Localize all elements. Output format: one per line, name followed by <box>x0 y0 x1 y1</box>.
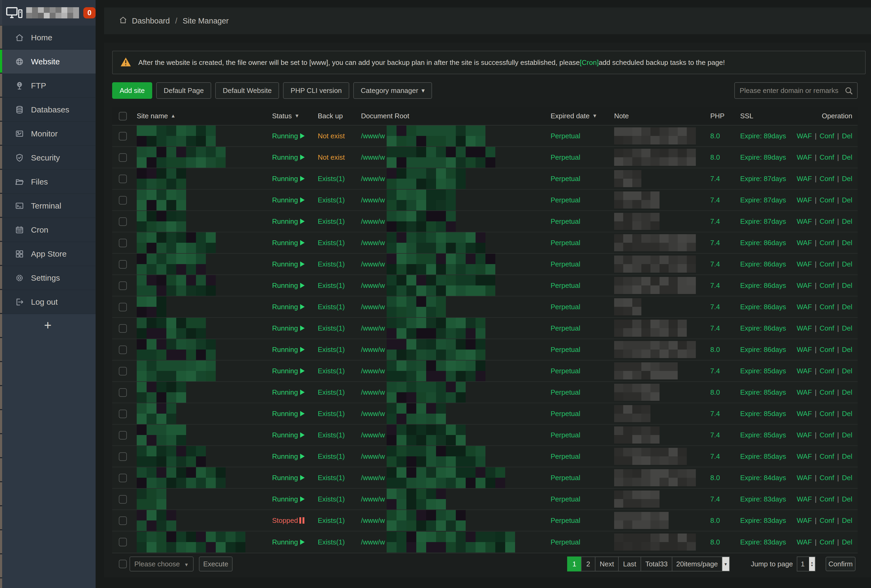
cell-ssl[interactable]: Expire: 87days <box>740 211 786 232</box>
row-checkbox[interactable] <box>119 474 127 482</box>
cell-ssl[interactable]: Expire: 85days <box>740 361 786 381</box>
row-checkbox[interactable] <box>119 538 127 546</box>
cell-ssl[interactable]: Expire: 89days <box>740 147 786 168</box>
confirm-button[interactable]: Confirm <box>826 557 856 571</box>
sidebar-item-home[interactable]: Home <box>0 25 96 50</box>
search-input[interactable] <box>735 83 857 98</box>
conf-link[interactable]: Conf <box>819 431 834 439</box>
cell-status[interactable]: Running <box>272 254 305 274</box>
del-link[interactable]: Del <box>842 495 852 503</box>
del-link[interactable]: Del <box>842 175 852 183</box>
cell-expired-date[interactable]: Perpetual <box>551 275 580 296</box>
cell-ssl[interactable]: Expire: 86days <box>740 296 786 317</box>
cell-ssl[interactable]: Expire: 86days <box>740 339 786 360</box>
cell-status[interactable]: Stopped <box>272 510 304 531</box>
cell-note[interactable] <box>614 489 660 510</box>
default-page-button[interactable]: Default Page <box>156 82 211 99</box>
cell-note[interactable] <box>614 296 646 317</box>
sidebar-item-log-out[interactable]: Log out <box>0 290 96 314</box>
sidebar-item-cron[interactable]: Cron <box>0 218 96 242</box>
cell-note[interactable] <box>614 510 673 531</box>
cell-expired-date[interactable]: Perpetual <box>551 361 580 381</box>
cell-expired-date[interactable]: Perpetual <box>551 211 580 232</box>
del-link[interactable]: Del <box>842 474 852 482</box>
conf-link[interactable]: Conf <box>819 452 834 461</box>
cell-ssl[interactable]: Expire: 87days <box>740 168 786 189</box>
cell-ssl[interactable]: Expire: 86days <box>740 318 786 338</box>
breadcrumb-dashboard[interactable]: Dashboard <box>132 16 170 25</box>
cell-note[interactable] <box>614 531 696 553</box>
page-1-button[interactable]: 1 <box>567 557 582 572</box>
del-link[interactable]: Del <box>842 281 852 290</box>
cell-expired-date[interactable]: Perpetual <box>551 339 580 360</box>
cell-note[interactable] <box>614 318 693 338</box>
cell-expired-date[interactable]: Perpetual <box>551 403 580 424</box>
cell-note[interactable] <box>614 425 663 446</box>
del-link[interactable]: Del <box>842 388 852 396</box>
items-per-page-select[interactable]: 20items/page <box>672 557 729 572</box>
cell-note[interactable] <box>614 168 648 189</box>
sidebar-item-files[interactable]: Files <box>0 170 96 194</box>
cell-ssl[interactable]: Expire: 86days <box>740 232 786 253</box>
cell-status[interactable]: Running <box>272 403 305 424</box>
sidebar-item-ftp[interactable]: FTP <box>0 74 96 98</box>
execute-button[interactable]: Execute <box>199 557 233 572</box>
cell-expired-date[interactable]: Perpetual <box>551 531 580 553</box>
cell-expired-date[interactable]: Perpetual <box>551 382 580 403</box>
del-link[interactable]: Del <box>842 217 852 226</box>
waf-link[interactable]: WAF <box>797 367 812 375</box>
waf-link[interactable]: WAF <box>797 324 812 332</box>
cell-ssl[interactable]: Expire: 87days <box>740 190 786 210</box>
waf-link[interactable]: WAF <box>797 132 812 140</box>
conf-link[interactable]: Conf <box>819 346 834 354</box>
del-link[interactable]: Del <box>842 260 852 268</box>
row-checkbox[interactable] <box>119 452 127 461</box>
waf-link[interactable]: WAF <box>797 153 812 162</box>
sidebar-item-terminal[interactable]: Terminal <box>0 194 96 218</box>
conf-link[interactable]: Conf <box>819 196 834 204</box>
cell-ssl[interactable]: Expire: 85days <box>740 446 786 467</box>
cell-status[interactable]: Running <box>272 339 305 360</box>
cell-expired-date[interactable]: Perpetual <box>551 318 580 338</box>
cell-ssl[interactable]: Expire: 83days <box>740 531 786 553</box>
row-checkbox[interactable] <box>119 495 127 504</box>
del-link[interactable]: Del <box>842 431 852 439</box>
del-link[interactable]: Del <box>842 452 852 461</box>
notification-badge[interactable]: 0 <box>83 7 96 18</box>
conf-link[interactable]: Conf <box>819 410 834 418</box>
row-checkbox[interactable] <box>119 324 127 333</box>
row-checkbox[interactable] <box>119 431 127 440</box>
conf-link[interactable]: Conf <box>819 474 834 482</box>
cell-status[interactable]: Running <box>272 211 305 232</box>
del-link[interactable]: Del <box>842 132 852 140</box>
default-website-button[interactable]: Default Website <box>215 82 279 99</box>
conf-link[interactable]: Conf <box>819 260 834 268</box>
row-checkbox[interactable] <box>119 516 127 525</box>
row-checkbox[interactable] <box>119 153 127 162</box>
cell-status[interactable]: Running <box>272 467 305 488</box>
cell-expired-date[interactable]: Perpetual <box>551 190 580 210</box>
cell-status[interactable]: Running <box>272 190 305 210</box>
del-link[interactable]: Del <box>842 410 852 418</box>
conf-link[interactable]: Conf <box>819 217 834 226</box>
cell-note[interactable] <box>614 446 693 467</box>
jump-page-input[interactable]: 1 <box>797 557 816 572</box>
cell-note[interactable] <box>614 126 696 146</box>
waf-link[interactable]: WAF <box>797 431 812 439</box>
cell-expired-date[interactable]: Perpetual <box>551 510 580 531</box>
row-checkbox[interactable] <box>119 196 127 205</box>
conf-link[interactable]: Conf <box>819 281 834 290</box>
cell-status[interactable]: Running <box>272 296 305 317</box>
waf-link[interactable]: WAF <box>797 538 812 546</box>
cell-note[interactable] <box>614 232 696 253</box>
waf-link[interactable]: WAF <box>797 346 812 354</box>
sidebar-item-app-store[interactable]: App Store <box>0 242 96 266</box>
waf-link[interactable]: WAF <box>797 452 812 461</box>
cell-ssl[interactable]: Expire: 83days <box>740 510 786 531</box>
waf-link[interactable]: WAF <box>797 175 812 183</box>
cell-status[interactable]: Running <box>272 489 305 510</box>
select-arrow-icon[interactable] <box>722 557 729 571</box>
cell-status[interactable]: Running <box>272 531 305 553</box>
cell-ssl[interactable]: Expire: 85days <box>740 382 786 403</box>
sidebar-item-monitor[interactable]: Monitor <box>0 122 96 146</box>
